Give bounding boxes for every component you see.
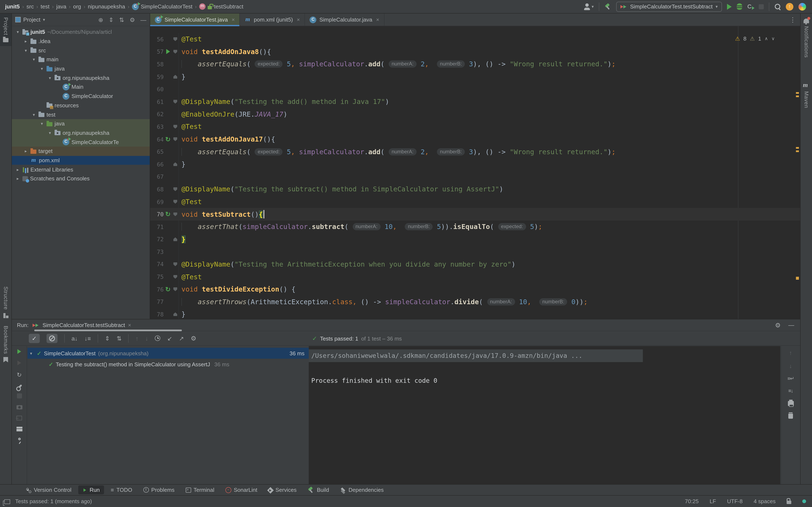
console-line[interactable]: /Users/sohaniwewelwala/.sdkman/candidate… — [309, 349, 643, 362]
code-line-62[interactable]: 62@EnabledOnJre(JRE.JAVA_17) — [150, 108, 800, 120]
toolwindow-button-todo[interactable]: ≡TODO — [107, 486, 137, 494]
run-button[interactable] — [727, 4, 732, 9]
tree-chevron-icon[interactable]: ▾ — [39, 121, 44, 126]
code-line-56[interactable]: 56@Test — [150, 33, 800, 45]
editor-tab[interactable]: SimpleCalculator.java× — [305, 13, 384, 26]
toolwindow-button-services[interactable]: Services — [264, 486, 301, 494]
test-passed-gutter-icon[interactable]: ↻ — [164, 211, 172, 217]
fold-end-icon[interactable] — [173, 313, 177, 316]
code-line-58[interactable]: 58 assertEquals( expected: 5, simpleCalc… — [150, 58, 800, 70]
code-line-59[interactable]: 59} — [150, 70, 800, 83]
close-tab-icon[interactable]: × — [232, 16, 235, 23]
tree-chevron-icon[interactable]: ▾ — [31, 112, 36, 117]
sort-alphabetically-icon[interactable]: a↓ — [71, 335, 78, 342]
file-encoding[interactable]: UTF-8 — [727, 498, 743, 504]
tree-item-target[interactable]: ▸target — [12, 147, 150, 156]
hide-run-panel-icon[interactable]: — — [788, 321, 794, 329]
tree-item-simplecalculatorte[interactable]: SimpleCalculatorTe — [12, 137, 150, 147]
tree-chevron-icon[interactable]: ▾ — [47, 76, 52, 80]
inspections-widget[interactable]: ⚠8 ⚠1 ∧ ∨ — [735, 36, 775, 42]
run-test-gutter-icon[interactable] — [164, 49, 172, 54]
tree-item-pom-xml[interactable]: mpom.xml — [12, 156, 150, 165]
tree-item-resources[interactable]: resources — [12, 101, 150, 110]
test-tree-chevron-icon[interactable]: ▾ — [30, 351, 34, 355]
test-options-gear-icon[interactable]: ⚙ — [191, 334, 196, 342]
code-line-60[interactable]: 60 — [150, 83, 800, 96]
tree-chevron-icon[interactable]: ▸ — [23, 39, 28, 44]
toolwindow-tab-maven[interactable]: m Maven — [801, 78, 812, 112]
tree-item-test[interactable]: ▾test — [12, 110, 150, 119]
hide-panel-icon[interactable]: — — [140, 16, 146, 23]
toolwindow-button-problems[interactable]: !Problems — [139, 486, 179, 494]
expand-all-icon[interactable]: ⇕ — [105, 335, 110, 342]
tree-item-simplecalculator[interactable]: SimpleCalculator — [12, 92, 150, 101]
code-line-67[interactable]: 67 — [150, 170, 800, 183]
toggle-auto-test-icon[interactable]: ↻ — [17, 372, 21, 378]
run-settings-gear-icon[interactable]: ⚙ — [775, 321, 781, 329]
caret-position[interactable]: 70:25 — [685, 498, 699, 504]
code-line-76[interactable]: 76↻void testDivideException() { — [150, 283, 800, 295]
gradient-sphere-icon[interactable] — [799, 3, 806, 10]
import-tests-icon[interactable]: ↙ — [167, 335, 172, 342]
code-line-71[interactable]: 71 assertThat(simpleCalculator.subtract(… — [150, 221, 800, 233]
tree-item-java[interactable]: ▾java — [12, 119, 150, 128]
code-line-57[interactable]: 57void testAddOnJava8(){ — [150, 45, 800, 58]
fold-start-icon[interactable] — [173, 275, 177, 279]
tree-item-main[interactable]: ▾main — [12, 55, 150, 64]
code-line-77[interactable]: 77 assertThrows(ArithmeticException.clas… — [150, 295, 800, 308]
fold-start-icon[interactable] — [173, 212, 177, 216]
tree-chevron-icon[interactable]: ▸ — [23, 149, 28, 154]
expand-all-icon[interactable]: ⇕ — [109, 16, 113, 23]
breadcrumb-item[interactable]: src — [27, 3, 34, 10]
build-icon[interactable] — [604, 3, 611, 10]
fold-start-icon[interactable] — [173, 100, 177, 104]
toolwindow-button-terminal[interactable]: Terminal — [181, 486, 218, 494]
code-line-74[interactable]: 74@DisplayName("Testing the ArithmeticEx… — [150, 258, 800, 270]
adjust-settings-icon[interactable] — [16, 384, 22, 390]
code-line-68[interactable]: 68@DisplayName("Testing the subtract() m… — [150, 183, 800, 195]
toolwindow-button-build[interactable]: Build — [303, 485, 333, 495]
run-console[interactable]: /Users/sohaniwewelwala/.sdkman/candidate… — [309, 346, 780, 484]
breadcrumb-item[interactable]: test — [41, 3, 49, 10]
tree-item-org-nipunaupeksha[interactable]: ▾org.nipunaupeksha — [12, 128, 150, 137]
code-line-63[interactable]: 63@Test — [150, 120, 800, 133]
fold-start-icon[interactable] — [173, 38, 177, 41]
locate-file-icon[interactable]: ⊕ — [98, 16, 103, 23]
tree-item-org-nipunaupeksha[interactable]: ▾org.nipunaupeksha — [12, 73, 150, 82]
fold-end-icon[interactable] — [173, 162, 177, 166]
toolwindow-button-run[interactable]: Run — [78, 486, 104, 494]
print-icon[interactable] — [788, 401, 794, 406]
editor-tab[interactable]: SimpleCalculatorTest.java× — [150, 13, 240, 26]
code-line-72[interactable]: 72} — [150, 233, 800, 245]
breadcrumb-item[interactable]: java — [56, 3, 66, 10]
prev-problem-icon[interactable]: ∧ — [765, 36, 768, 41]
test-result-row[interactable]: ✓Testing the subtract() method in Simple… — [28, 359, 309, 370]
export-tests-icon[interactable]: ↗ — [179, 335, 184, 342]
run-tab[interactable]: SimpleCalculatorTest.testSubtract × — [33, 322, 131, 328]
toolwindow-button-sonarlint[interactable]: ~SonarLint — [221, 486, 261, 494]
close-run-tab-icon[interactable]: × — [128, 322, 131, 328]
collapse-all-icon[interactable]: ⇅ — [119, 16, 124, 23]
show-passed-toggle[interactable]: ✓ — [29, 334, 40, 343]
tree-item-scratches-and-consoles[interactable]: ▸Scratches and Consoles — [12, 174, 150, 183]
project-view-select[interactable]: Project ▾ — [15, 16, 45, 23]
toolwindow-button-version-control[interactable]: Version Control — [21, 486, 76, 494]
breadcrumb-item[interactable]: SimpleCalculatorTest — [132, 3, 192, 10]
tree-item--idea[interactable]: ▸.idea — [12, 37, 150, 46]
tree-item-junit5[interactable]: ▾junit5 ~/Documents/Nipuna/articl — [12, 27, 150, 37]
scroll-to-end-icon[interactable]: ≡↓ — [788, 388, 793, 394]
close-tab-icon[interactable]: × — [376, 16, 379, 23]
test-passed-gutter-icon[interactable]: ↻ — [164, 286, 172, 292]
breadcrumb-item[interactable]: testSubtract — [199, 3, 243, 10]
tree-chevron-icon[interactable]: ▾ — [23, 48, 28, 53]
run-configuration-select[interactable]: SimpleCalculatorTest.testSubtract ▾ — [616, 1, 722, 12]
rerun-tests-button[interactable] — [17, 349, 21, 354]
toolwindow-button-dependencies[interactable]: Dependencies — [336, 486, 388, 494]
code-line-61[interactable]: 61@DisplayName("Testing the add() method… — [150, 96, 800, 108]
tree-chevron-icon[interactable]: ▸ — [15, 176, 20, 181]
fold-start-icon[interactable] — [173, 125, 177, 129]
project-settings-icon[interactable]: ⚙ — [130, 16, 135, 23]
debug-button[interactable] — [737, 3, 742, 10]
fold-start-icon[interactable] — [173, 187, 177, 191]
breadcrumb-item[interactable]: org — [73, 3, 81, 10]
